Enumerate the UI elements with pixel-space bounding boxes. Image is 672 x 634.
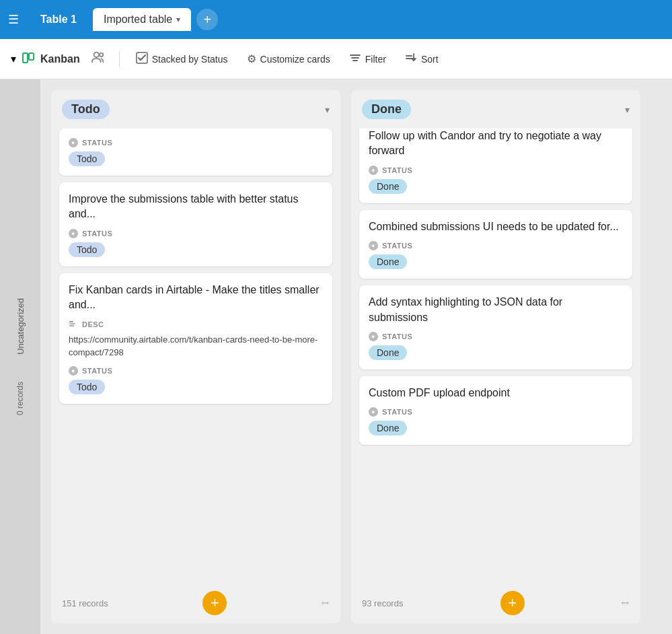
status-field-label: ● STATUS: [369, 332, 623, 341]
svg-point-3: [100, 53, 104, 57]
status-badge: Done: [369, 421, 407, 435]
status-badge: Done: [369, 345, 407, 360]
top-bar: ☰ Table 1 Imported table ▾ +: [0, 0, 672, 39]
todo-column-chevron[interactable]: ▾: [325, 104, 330, 115]
svg-rect-1: [29, 53, 34, 60]
add-done-record-button[interactable]: +: [500, 591, 525, 615]
todo-column-footer: 151 records + ⤢: [51, 583, 340, 623]
sidebar: Uncategorized 0 records: [0, 79, 40, 634]
customize-cards-button[interactable]: ⚙ Customize cards: [239, 48, 338, 69]
imported-table-tab[interactable]: Imported table ▾: [93, 8, 191, 31]
expand-done-icon[interactable]: ⤢: [619, 596, 632, 610]
status-field-label: ● STATUS: [69, 229, 323, 238]
status-icon: ●: [369, 332, 378, 341]
done-column-header: Done ▾: [351, 90, 640, 129]
kanban-icon: [22, 51, 38, 67]
table-row[interactable]: Combined submissions UI needs to be upda…: [359, 210, 632, 279]
svg-rect-0: [23, 53, 28, 63]
done-column: Done ▾ Follow up with Candor and try to …: [351, 90, 640, 623]
svg-point-2: [94, 52, 98, 57]
status-icon: ●: [369, 407, 378, 417]
kanban-label: Kanban: [40, 53, 80, 65]
card-title: Fix Kanban cards in Airtable - Make the …: [69, 283, 323, 313]
todo-records-count: 151 records: [62, 598, 108, 608]
done-cards-area: Follow up with Candor and try to negotia…: [351, 129, 640, 583]
sidebar-records-count: 0 records: [15, 382, 25, 415]
status-icon: ●: [69, 229, 78, 238]
status-field-label: ● STATUS: [369, 407, 623, 417]
status-icon: ●: [369, 166, 378, 175]
card-desc: https://community.airtable.com/t/kanban-…: [69, 333, 323, 359]
stacked-by-status-button[interactable]: Stacked by Status: [128, 48, 236, 71]
status-field-label: ● STATUS: [69, 366, 323, 376]
table-row[interactable]: Custom PDF upload endpoint ● STATUS Done: [359, 376, 632, 445]
kanban-area: Todo ▾ ● STATUS Todo Improve the submiss…: [40, 79, 672, 634]
table1-tab[interactable]: Table 1: [30, 8, 87, 31]
card-title: Improve the submissions table with bette…: [69, 192, 323, 222]
table-row[interactable]: Fix Kanban cards in Airtable - Make the …: [59, 273, 332, 404]
table-row[interactable]: Follow up with Candor and try to negotia…: [359, 129, 632, 203]
status-icon: ●: [69, 138, 78, 147]
todo-column: Todo ▾ ● STATUS Todo Improve the submiss…: [51, 90, 340, 623]
status-badge: Todo: [69, 242, 105, 257]
table-row[interactable]: ● STATUS Todo: [59, 129, 332, 176]
sort-button[interactable]: Sort: [397, 48, 447, 71]
status-icon: ●: [369, 241, 378, 250]
sidebar-uncategorized-label: Uncategorized: [15, 298, 26, 355]
done-records-count: 93 records: [362, 598, 403, 608]
status-icon: ●: [69, 366, 78, 376]
table-row[interactable]: Improve the submissions table with bette…: [59, 182, 332, 267]
gear-icon: ⚙: [247, 52, 256, 65]
svg-rect-12: [69, 323, 75, 324]
view-bar: ▾ Kanban Stacked by Status ⚙ Customi: [0, 39, 672, 79]
expand-todo-icon[interactable]: ⤢: [319, 596, 332, 610]
hamburger-icon[interactable]: ☰: [8, 12, 19, 27]
main-content: Uncategorized 0 records Todo ▾ ● STATUS …: [0, 79, 672, 634]
card-title: Add syntax highlighting to JSON data for…: [369, 295, 623, 325]
filter-icon: [349, 52, 361, 67]
people-icon[interactable]: [91, 50, 106, 68]
todo-column-header: Todo ▾: [51, 90, 340, 129]
status-field-label: ● STATUS: [369, 241, 623, 250]
todo-cards-area: ● STATUS Todo Improve the submissions ta…: [51, 129, 340, 583]
desc-icon: [69, 320, 78, 329]
status-field-label: ● STATUS: [69, 138, 323, 147]
done-column-chevron[interactable]: ▾: [625, 104, 630, 115]
status-badge: Done: [369, 254, 407, 269]
add-todo-record-button[interactable]: +: [202, 591, 227, 615]
separator-1: [119, 51, 120, 67]
view-chevron-down: ▾: [11, 52, 16, 65]
desc-field-label: DESC: [69, 320, 323, 329]
status-field-label: ● STATUS: [369, 166, 623, 175]
status-badge: Todo: [69, 380, 105, 394]
svg-rect-13: [69, 325, 74, 326]
card-title: Custom PDF upload endpoint: [369, 386, 623, 400]
imported-tab-chevron: ▾: [176, 15, 180, 24]
view-dropdown[interactable]: ▾ Kanban: [11, 51, 80, 67]
card-title: Follow up with Candor and try to negotia…: [369, 129, 623, 159]
checkbox-icon: [136, 52, 148, 67]
todo-badge: Todo: [62, 100, 110, 119]
add-table-button[interactable]: +: [196, 9, 218, 30]
table-row[interactable]: Add syntax highlighting to JSON data for…: [359, 285, 632, 369]
status-badge: Todo: [69, 151, 105, 166]
status-badge: Done: [369, 179, 407, 194]
sort-icon: [405, 52, 417, 67]
card-title: Combined submissions UI needs to be upda…: [369, 219, 623, 234]
done-badge: Done: [362, 100, 411, 119]
svg-rect-11: [69, 321, 73, 322]
filter-button[interactable]: Filter: [341, 48, 394, 71]
done-column-footer: 93 records + ⤢: [351, 583, 640, 623]
